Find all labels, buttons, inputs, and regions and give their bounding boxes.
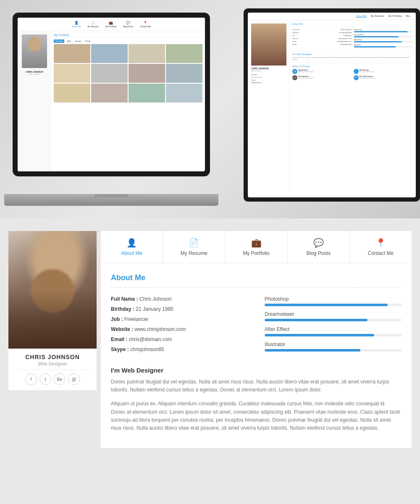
mini-laptop-sidebar: CHRIS JOHNSON Web Designer [18, 31, 51, 171]
info-email: Email : chris@domain.com [111, 336, 248, 342]
info-fullname: Full Name : Chris Johnson [111, 296, 248, 302]
tab-about-me[interactable]: 👤 About Me [101, 231, 163, 263]
mini-laptop-site: 👤 About Me 📄 My Resume 💼 My Portfolio [18, 18, 205, 171]
profile-name: CHRIS JOHNSON [13, 354, 92, 360]
info-website: Website : www.chrisjohnson.com [111, 326, 248, 332]
mini-tab-blog: Blo... [406, 15, 412, 18]
tablet-screen-outer: About Me My Resume My Portfolio Blo... C… [244, 8, 420, 202]
mini-face [28, 37, 41, 51]
mini-tablet-nav: About Me My Resume My Portfolio Blo... [248, 13, 416, 20]
mini-nav-about: 👤 About Me [72, 21, 81, 28]
bio-paragraph-2: Aliquam ut purus ex. Aliquam interdum co… [111, 400, 402, 432]
mini-nav-contact: 📍 Contact Me [140, 21, 151, 28]
mini-tablet-sidebar: CHRIS JOHNSON Web Designer Website www.c… [248, 20, 290, 192]
info-birthday: Birthday : 21 January 1985 [111, 306, 248, 312]
mini-portfolio-grid [54, 44, 202, 102]
skill-dreamviewer-label: Dreamviewer [265, 311, 402, 317]
birthday-label: Birthday : [111, 306, 136, 312]
laptop-base [4, 194, 218, 206]
tab-contact-me[interactable]: 📍 Contact Me [350, 231, 412, 263]
about-grid: Full Name : Chris Johnson Birthday : 21 … [111, 296, 402, 357]
tab-my-resume[interactable]: 📄 My Resume [163, 231, 225, 263]
tab-contact-label: Contact Me [368, 250, 394, 256]
device-mockups-section: 👤 About Me 📄 My Resume 💼 My Portfolio [0, 0, 420, 218]
mini-avatar [22, 34, 47, 68]
skill-illustrator-bar [265, 349, 402, 352]
skill-photoshop-label: Photoshop [265, 296, 402, 302]
tab-blog-label: Blog Posts [307, 250, 331, 256]
about-icon: 👤 [126, 238, 137, 248]
portfolio-icon: 💼 [251, 238, 262, 248]
about-section-title: About Me [111, 273, 402, 282]
skype-value: chrisjohnson85 [130, 346, 164, 352]
website-label: Website : [111, 326, 134, 332]
mini-section-title: My Portfolio [54, 34, 202, 38]
bio-paragraph-1: Donec pulvinar feugiat dui vel egestas. … [111, 378, 402, 394]
tablet-screen-inner: About Me My Resume My Portfolio Blo... C… [248, 13, 416, 197]
blog-icon: 💬 [313, 238, 324, 248]
job-value: Freelancer [124, 316, 148, 322]
behance-icon[interactable]: Be [54, 373, 66, 385]
mini-tab-resume: My Resume [371, 15, 384, 18]
skill-dreamviewer-bar [265, 319, 402, 321]
fullname-label: Full Name : [111, 296, 139, 302]
tab-blog-posts[interactable]: 💬 Blog Posts [288, 231, 350, 263]
tab-resume-label: My Resume [181, 250, 207, 256]
skill-aftereffect: After Effect [265, 326, 402, 336]
info-job: Job : Freelancer [111, 316, 248, 322]
profile-info: CHRIS JOHNSON Web Designer f t Be @ [8, 349, 97, 390]
skill-aftereffect-label: After Effect [265, 326, 402, 332]
email-label: Email : [111, 336, 129, 342]
tab-portfolio-label: My Portfolio [243, 250, 269, 256]
skill-photoshop-fill [265, 304, 388, 306]
mini-nav-portfolio: 💼 My Portfolio [105, 21, 116, 28]
mini-tablet-main: About Me Full Name :Chris Johnson Birthd… [290, 20, 416, 192]
about-me-content: About Me Full Name : Chris Johnson Birth… [101, 263, 412, 448]
mini-title: Web Designer [29, 73, 39, 75]
skill-dreamviewer: Dreamviewer [265, 311, 402, 321]
mini-tablet-job: Web Designer [251, 70, 286, 72]
fullname-value: Chris Johnson [139, 296, 172, 302]
portfolio-section: CHRIS JOHNSON Web Designer f t Be @ 👤 Ab… [0, 218, 420, 461]
navigation-tabs: 👤 About Me 📄 My Resume 💼 My Portfolio 💬 … [101, 231, 412, 263]
skills-section: Photoshop Dreamviewer After Effect [265, 296, 402, 357]
profile-photo [8, 231, 97, 349]
about-divider [111, 287, 402, 288]
website-value: www.chrisjohnson.com [134, 326, 186, 332]
mini-laptop-main: My Portfolio All Items Web Design Photo [51, 31, 205, 171]
twitter-icon[interactable]: t [39, 373, 51, 385]
mini-tablet-body: CHRIS JOHNSON Web Designer Website www.c… [248, 20, 416, 192]
mini-laptop-content: CHRIS JOHNSON Web Designer My Portfolio … [18, 31, 205, 171]
skill-aftereffect-bar [265, 334, 402, 336]
social-icons: f t Be @ [13, 373, 92, 385]
skill-illustrator-fill [265, 349, 360, 352]
profile-divider [13, 370, 92, 370]
mini-tab-portfolio: My Portfolio [388, 15, 402, 18]
laptop-mockup: 👤 About Me 📄 My Resume 💼 My Portfolio [13, 13, 223, 206]
bio-title: I'm Web Designer [111, 367, 402, 374]
skill-aftereffect-fill [265, 334, 374, 336]
profile-sidebar: CHRIS JOHNSON Web Designer f t Be @ [8, 231, 97, 448]
contact-icon: 📍 [375, 238, 386, 248]
tab-my-portfolio[interactable]: 💼 My Portfolio [225, 231, 287, 263]
mini-tablet-avatar [251, 24, 286, 66]
dribbble-icon[interactable]: @ [68, 373, 80, 385]
mini-nav-resume: 📄 My Resume [87, 21, 99, 28]
skill-illustrator: Illustrator [265, 341, 402, 352]
facebook-icon[interactable]: f [25, 373, 37, 385]
tab-about-label: About Me [121, 250, 142, 256]
mini-tab-about: About Me [356, 15, 367, 18]
skill-dreamviewer-fill [265, 319, 368, 321]
personal-info: Full Name : Chris Johnson Birthday : 21 … [111, 296, 248, 357]
main-content: 👤 About Me 📄 My Resume 💼 My Portfolio 💬 … [101, 231, 412, 448]
email-value: chris@domain.com [129, 336, 172, 342]
skill-illustrator-label: Illustrator [265, 341, 402, 347]
laptop-screen-outer: 👤 About Me 📄 My Resume 💼 My Portfolio [13, 13, 210, 176]
info-skype: Skype : chrisjohnson85 [111, 346, 248, 352]
mini-laptop-nav: 👤 About Me 📄 My Resume 💼 My Portfolio [18, 18, 205, 31]
job-label: Job : [111, 316, 124, 322]
resume-icon: 📄 [189, 238, 199, 248]
mini-nav-blog: 💬 Blog Posts [123, 21, 134, 28]
bio-section: I'm Web Designer Donec pulvinar feugiat … [111, 367, 402, 432]
skype-label: Skype : [111, 346, 130, 352]
